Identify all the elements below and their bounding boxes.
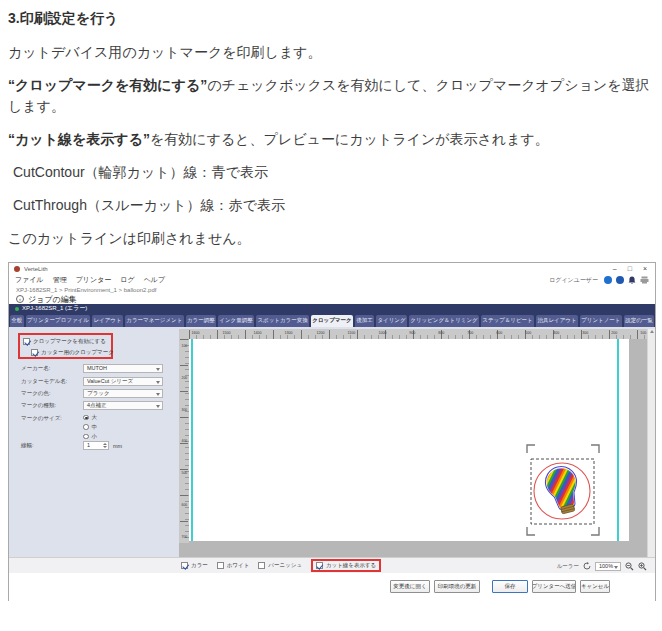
ruler-tick-label: 500 [525, 330, 531, 335]
job-status-bar: XPJ-1682SR_1 (エラー) [9, 304, 655, 313]
mark-size-radio-group: 大 中 小 [83, 414, 97, 443]
tab-ink-volume[interactable]: インク量調整 [218, 315, 254, 327]
enable-cropmark-checkbox[interactable] [23, 338, 30, 345]
scroll-up-icon[interactable] [650, 330, 654, 333]
menu-help[interactable]: ヘルプ [144, 275, 166, 285]
crop-mark-panel: クロップマークを有効にする カッター用のクロップマーク メーカー名: MUTOH… [9, 327, 179, 557]
preview-canvas[interactable] [189, 339, 629, 541]
ruler-tick-label: 200 [181, 375, 187, 379]
tab-finishing[interactable]: 後加工 [355, 315, 374, 327]
mark-size-small-row[interactable]: 小 [83, 433, 97, 440]
menu-bar: ファイル 管理 プリンター ログ ヘルプ ログインユーザー [9, 274, 655, 286]
mark-size-large-radio[interactable] [83, 415, 89, 421]
tab-tiling[interactable]: タイリング [376, 315, 407, 327]
vertelith-window: VerteLith – □ × ファイル 管理 プリンター ログ ヘルプ ログイ… [8, 262, 656, 601]
tab-printer-profile[interactable]: プリンタープロファイル [26, 315, 90, 327]
tab-color-adjust[interactable]: カラー調整 [186, 315, 216, 327]
doc-paragraph-3: “カット線を表示する”を有効にすると、プレビューにカットラインが表示されます。 [8, 129, 654, 150]
white-channel-toggle[interactable]: ホワイト [217, 562, 250, 569]
menu-log[interactable]: ログ [120, 275, 134, 285]
menu-printer[interactable]: プリンター [76, 275, 112, 285]
varnish-channel-toggle[interactable]: バーニッシュ [258, 562, 302, 569]
mark-size-medium-row[interactable]: 中 [83, 424, 97, 431]
tab-clipping-trimming[interactable]: クリッピング＆トリミング [409, 315, 479, 327]
menu-manage[interactable]: 管理 [53, 275, 67, 285]
mark-size-medium-radio[interactable] [83, 424, 89, 430]
update-print-environment-button[interactable]: 印刷環境の更新 [434, 580, 480, 593]
tab-jig-layout[interactable]: 治具レイアウト [536, 315, 578, 327]
chevron-down-icon [614, 566, 618, 569]
mark-size-large-row[interactable]: 大 [83, 414, 97, 421]
varnish-checkbox[interactable] [258, 562, 265, 569]
line-width-stepper[interactable]: 1 [83, 441, 109, 450]
ruler-tick-label: 300 [181, 407, 187, 411]
mark-size-small-radio[interactable] [83, 434, 89, 440]
menu-file[interactable]: ファイル [15, 275, 44, 285]
tab-spot-color[interactable]: スポットカラー変換 [256, 315, 309, 327]
stepper-arrows-icon[interactable] [103, 443, 107, 448]
line-width-label: 線幅: [21, 442, 34, 449]
mark-color-select[interactable]: ブラック [83, 389, 163, 398]
fit-refresh-icon[interactable] [583, 562, 591, 570]
red-annotation-box-cutline: カット線を表示する [311, 559, 381, 572]
enable-cropmark-checkbox-row[interactable]: クロップマークを有効にする [23, 338, 106, 345]
ruler-tick-label: 1300 [285, 330, 293, 335]
instruction-document: 3.印刷設定を行う カットデバイス用のカットマークを印刷します。 “クロップマー… [0, 0, 662, 249]
show-cutline-toggle[interactable]: カット線を表示する [316, 562, 376, 569]
white-checkbox[interactable] [217, 562, 224, 569]
ruler-tick-label: 1200 [316, 330, 324, 335]
show-cutline-checkbox[interactable] [316, 562, 323, 569]
job-artwork[interactable] [507, 442, 619, 538]
printer-status-icon[interactable] [640, 276, 649, 284]
cancel-button[interactable]: キャンセル [580, 580, 610, 593]
maximize-button[interactable]: □ [628, 265, 632, 272]
ruler-tick-label: 1000 [378, 330, 386, 335]
chevron-down-icon [156, 393, 160, 396]
ruler-tick-label: 100 [181, 343, 187, 347]
ruler-tick-label: 200 [612, 330, 618, 335]
doc-paragraph-1: カットデバイス用のカットマークを印刷します。 [8, 42, 654, 63]
maker-select[interactable]: MUTOH [83, 364, 163, 373]
cutter-cropmark-checkbox[interactable] [31, 349, 38, 356]
tab-settings-list[interactable]: 設定の一覧 [624, 315, 654, 327]
horizontal-ruler: 1600150014001300120011001000900800700600… [189, 329, 647, 339]
tab-crop-mark[interactable]: クロップマーク [311, 315, 353, 327]
cutter-cropmark-checkbox-row[interactable]: カッター用のクロップマーク [31, 349, 114, 356]
tab-layout[interactable]: レイアウト [92, 315, 123, 327]
preview-scrollbar[interactable] [647, 329, 655, 557]
cutter-model-label: カッターモデル名: [21, 378, 67, 385]
crop-mark-content: クロップマークを有効にする カッター用のクロップマーク メーカー名: MUTOH… [9, 327, 655, 557]
ruler-toggle-label: ルーラー [557, 563, 579, 570]
tab-print-note[interactable]: プリントノート [580, 315, 622, 327]
line-width-unit: mm [113, 443, 122, 449]
zoom-level-select[interactable]: 100% [595, 562, 621, 571]
zoom-out-icon[interactable] [625, 562, 634, 571]
save-button[interactable]: 保存 [492, 580, 528, 593]
tab-color-management[interactable]: カラーマネージメント [125, 315, 184, 327]
back-arrow-icon[interactable]: ‹ [16, 295, 24, 303]
ruler-tick-label: 1100 [347, 330, 355, 335]
open-after-change-button[interactable]: 変更後に開く [390, 580, 430, 593]
minimize-button[interactable]: – [613, 265, 617, 272]
cutter-cropmark-label: カッター用のクロップマーク [41, 349, 114, 356]
color-checkbox[interactable] [181, 562, 188, 569]
ruler-corner [179, 329, 189, 339]
close-button[interactable]: × [643, 265, 647, 272]
doc-bold-cropmark: “クロップマークを有効にする” [8, 77, 207, 93]
ruler-tick-label: 300 [583, 330, 589, 335]
cutter-model-select[interactable]: ValueCut シリーズ [83, 377, 163, 386]
notification-bell-icon[interactable] [628, 276, 636, 285]
tab-step-repeat[interactable]: ステップ＆リピート [481, 315, 534, 327]
user-avatar-icon[interactable] [604, 276, 612, 284]
account-icon[interactable] [616, 276, 624, 284]
ruler-tick-label: 400 [181, 439, 187, 443]
color-channel-toggle[interactable]: カラー [181, 562, 208, 569]
ruler-tick-label: 800 [438, 330, 444, 335]
send-to-printer-button[interactable]: プリンターへ送信 [532, 580, 576, 593]
doc-paragraph-2: “クロップマークを有効にする”のチェックボックスを有効にして、クロップマークオプ… [8, 75, 654, 117]
ruler-tick-label: 1400 [254, 330, 262, 335]
mark-type-select[interactable]: 4点補正 [83, 401, 163, 410]
maker-label: メーカー名: [21, 365, 50, 372]
tab-general[interactable]: 全般 [10, 315, 24, 327]
zoom-in-icon[interactable] [638, 562, 647, 571]
